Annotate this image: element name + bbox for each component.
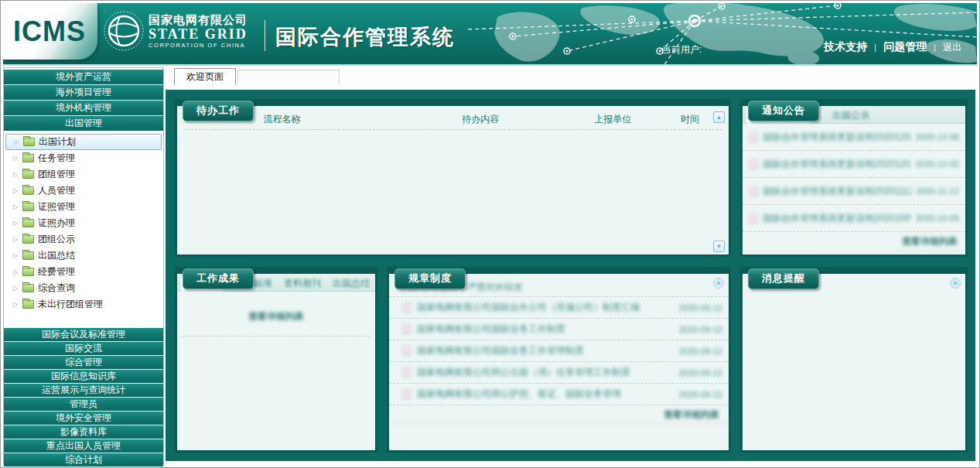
tree-item-group-mgmt[interactable]: ▷ 团组管理 — [5, 166, 162, 183]
tab-welcome-page[interactable]: 欢迎页面 — [174, 68, 236, 85]
tree-item-label: 出国总结 — [38, 249, 75, 262]
link-separator: | — [934, 43, 936, 52]
document-icon — [750, 186, 758, 196]
app-window: ICMS 国家电网有限公司 STATE GRID CORPORATION OF … — [0, 0, 980, 468]
notice-tab-abroad-publicity[interactable]: 出国公示 — [818, 108, 884, 124]
notice-item-date: 2020-12-02 — [916, 159, 959, 169]
folder-icon — [22, 154, 34, 162]
achievements-tab-journals[interactable]: 资料期刊 — [280, 275, 325, 292]
document-icon — [402, 302, 411, 313]
sidebar-section-knowledge-base[interactable]: 国际信息知识库 — [4, 370, 163, 383]
tree-item-funds-mgmt[interactable]: ▷ 经费管理 — [5, 264, 162, 280]
tree-expand-icon[interactable]: ▷ — [12, 187, 19, 194]
notice-list-item[interactable]: 国际合作管理系统更新说明20201208 2020-12-08 — [743, 124, 965, 151]
sidebar-section-overseas-assets[interactable]: 境外资产运营 — [4, 70, 163, 84]
achievements-view-more-link[interactable]: 查看详细列表 — [177, 310, 375, 323]
notice-item-date: 2020-10-09 — [916, 214, 959, 223]
achievements-tab-summaries[interactable]: 出国总结 — [329, 275, 374, 292]
tree-expand-icon[interactable]: ▷ — [12, 220, 19, 227]
tree-expand-icon[interactable]: ▷ — [12, 171, 19, 178]
state-grid-logo-icon — [103, 10, 145, 52]
tree-expand-icon[interactable]: ▷ — [12, 252, 19, 259]
tree-expand-icon[interactable]: ▷ — [12, 285, 19, 292]
tree-item-abroad-plan[interactable]: ▷ 出国计划 — [5, 134, 162, 150]
icms-logo-text: ICMS — [13, 15, 86, 48]
sidebar-section-comprehensive-plan[interactable]: 综合计划 — [4, 453, 163, 466]
tree-item-abroad-summary[interactable]: ▷ 出国总结 — [5, 248, 162, 264]
regulation-list-item[interactable]: 国家电网有限公司国际业务工作制度 2020-09-12 — [389, 319, 729, 340]
tree-item-personnel-mgmt[interactable]: ▷ 人员管理 — [5, 183, 162, 199]
regulation-item-text: 国家电网有限公司国际业务工作管理制度 — [417, 344, 674, 357]
logout-link[interactable]: 退出 — [943, 41, 961, 54]
regulation-item-text: 国家电网有限公司国际业务工作制度 — [417, 323, 674, 336]
tree-item-label: 团组管理 — [38, 168, 75, 181]
regulation-list-item[interactable]: 国家电网有限公司因公出国（境）任务管理工作制度 2020-09-12 — [389, 362, 729, 384]
notice-item-date: 2020-12-08 — [916, 132, 959, 142]
tree-item-passport-mgmt[interactable]: ▷ 证照管理 — [5, 199, 162, 215]
folder-icon — [22, 219, 34, 227]
todo-col-content: 待办内容 — [462, 113, 499, 126]
document-icon — [750, 132, 758, 142]
sidebar-section-overseas-orgs[interactable]: 境外机构管理 — [4, 101, 163, 115]
document-icon — [402, 346, 411, 356]
scroll-down-button[interactable]: ▼ — [713, 241, 725, 252]
regulations-view-more-link[interactable]: 查看详细列表 — [389, 405, 729, 424]
regulation-item-date: 2020-09-12 — [679, 303, 722, 313]
org-name-en: STATE GRID — [149, 26, 248, 43]
messages-panel-title: 消息提醒 — [748, 268, 819, 289]
content-tabstrip: 欢迎页面 — [164, 67, 977, 85]
tree-item-label: 人员管理 — [38, 184, 75, 197]
current-user-label: 当前用户: — [662, 43, 702, 56]
tree-item-label: 出国计划 — [39, 135, 76, 149]
tree-item-comprehensive-query[interactable]: ▷ 综合查询 — [5, 280, 162, 296]
sidebar-section-abroad-mgmt[interactable]: 出国管理 — [4, 116, 163, 131]
todo-col-time: 时间 — [681, 113, 699, 126]
tree-expand-icon[interactable]: ▷ — [12, 236, 19, 243]
scroll-up-button[interactable]: ▲ — [713, 111, 725, 123]
tech-support-link[interactable]: 技术支持 — [824, 40, 867, 54]
tree-item-passport-handling[interactable]: ▷ 证照办理 — [5, 215, 162, 231]
main-content: 欢迎页面 待办工作 流程名称 待办内容 上报单位 时间 ▲ ▼ 通知公告 — [164, 67, 977, 465]
sidebar-section-overseas-safety[interactable]: 境外安全管理 — [4, 412, 163, 425]
sidebar-section-overseas-projects[interactable]: 海外项目管理 — [4, 85, 163, 100]
issue-management-link[interactable]: 问题管理 — [883, 40, 927, 54]
folder-icon — [22, 300, 34, 309]
app-header: ICMS 国家电网有限公司 STATE GRID CORPORATION OF … — [3, 3, 977, 66]
notice-item-text: 国际合作管理系统更新说明20201208 — [763, 131, 911, 144]
tree-expand-icon[interactable]: ▷ — [12, 155, 19, 162]
folder-icon — [22, 186, 34, 195]
regulation-list-item[interactable]: 国家电网有限公司国际合作公司（所属公司）制度汇编 2020-09-12 — [389, 297, 729, 319]
regulation-item-text: 国家电网有限公司因公出国（境）任务管理工作制度 — [417, 366, 674, 379]
sidebar-section-intl-exchange[interactable]: 国际交流 — [4, 342, 163, 355]
sidebar-section-intl-meetings[interactable]: 国际会议及标准管理 — [4, 328, 163, 341]
notice-list-item[interactable]: 国际合作管理系统更新说明20201202 2020-12-02 — [743, 151, 965, 178]
tree-expand-icon[interactable]: ▷ — [13, 138, 19, 145]
tree-item-label: 团组公示 — [38, 233, 75, 246]
sidebar-section-ops-stats[interactable]: 运营展示与查询统计 — [4, 384, 163, 397]
sidebar-section-key-personnel[interactable]: 重点出国人员管理 — [4, 439, 163, 453]
notice-item-text: 国际合作管理系统更新说明20201112 — [763, 185, 912, 198]
sidebar-section-admin[interactable]: 管理员 — [4, 398, 163, 411]
notice-item-text: 国际合作管理系统更新说明20201202 — [763, 158, 911, 171]
sidebar-nav: 境外资产运营 海外项目管理 境外机构管理 出国管理 ▷ 出国计划 ▷ 任务管理 … — [3, 67, 164, 465]
tree-expand-icon[interactable]: ▷ — [12, 301, 19, 308]
regulation-list-item[interactable]: 国家电网有限公司因公护照、签证、国际业务管理 2020-09-12 — [389, 384, 729, 405]
notice-list-item[interactable]: 国际合作管理系统更新说明20201112 2020-11-12 — [743, 178, 965, 205]
regulation-list-item[interactable]: 国家电网有限公司国际业务工作管理制度 2020-09-12 — [389, 340, 729, 362]
expand-chevron-icon[interactable]: » — [713, 278, 724, 289]
tree-item-untraveled-groups[interactable]: ▷ 未出行团组管理 — [5, 296, 162, 313]
notice-list-item[interactable]: 国际合作管理系统更新说明20201009 2020-10-09 — [743, 205, 965, 232]
tree-expand-icon[interactable]: ▷ — [12, 203, 19, 210]
folder-icon — [22, 284, 34, 292]
achievements-panel-title: 工作成果 — [183, 268, 254, 289]
tree-expand-icon[interactable]: ▷ — [12, 268, 19, 275]
org-name-cn: 国家电网有限公司 — [149, 13, 248, 26]
sidebar-section-media-library[interactable]: 影像资料库 — [4, 425, 163, 439]
sidebar-section-general-mgmt[interactable]: 综合管理 — [4, 356, 163, 369]
tree-item-task-mgmt[interactable]: ▷ 任务管理 — [5, 150, 162, 166]
tree-item-group-publicity[interactable]: ▷ 团组公示 — [5, 231, 162, 248]
regulations-panel-title: 规章制度 — [394, 268, 466, 289]
expand-chevron-icon[interactable]: » — [950, 278, 961, 289]
notice-view-more-link[interactable]: 查看详细列表 — [743, 232, 965, 251]
regulation-item-text: 国家电网有限公司因公护照、签证、国际业务管理 — [417, 388, 674, 401]
